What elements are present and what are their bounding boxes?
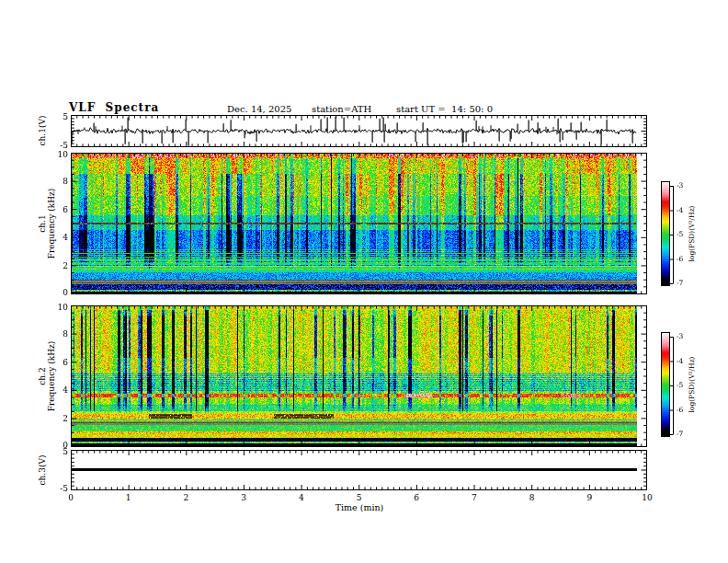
x-tick-label: 9 [575, 493, 603, 502]
colorbar-tick-label: -3 [677, 333, 683, 340]
y-tick-label-spec1: 0 [40, 288, 68, 297]
y-tick-label-wave3: 5 [40, 447, 68, 456]
colorbar-tick-label: -7 [677, 280, 683, 287]
figure-title: VLF Spectra [69, 101, 159, 114]
start-ut-label: start UT = 14: 50: 0 [396, 104, 493, 114]
colorbar-label-2: log(PSD)(V²/Hz) [688, 356, 697, 412]
colorbar-tick-label: -7 [677, 431, 683, 438]
y-tick-label-spec1: 2 [40, 261, 68, 270]
x-tick-label: 2 [172, 493, 199, 502]
y-tick-label-spec2: 8 [40, 329, 68, 339]
y-tick-label-spec1: 10 [40, 150, 68, 159]
y-tick-label-wave1: -5 [40, 141, 68, 150]
colorbar-tick-label: -5 [677, 382, 683, 389]
y-tick-label-spec2: 4 [40, 385, 68, 395]
x-tick-label: 1 [115, 493, 142, 502]
y-tick-label-spec2: 6 [40, 358, 68, 367]
x-axis-title: Time (min) [313, 502, 406, 512]
vlf-spectra-figure: VLF Spectra Dec. 14, 2025 station=ATH st… [0, 0, 728, 563]
colorbar-tick-label: -4 [677, 207, 683, 214]
colorbar-label-1: log(PSD)(V²/Hz) [688, 205, 697, 261]
colorbar-tick-label: -6 [677, 407, 683, 414]
x-tick-label: 3 [230, 493, 257, 502]
y-axis-label-ch2-line1: ch.2 [38, 341, 47, 412]
y-axis-label-ch1-frequency: ch.1 Frequency (kHz) [38, 189, 56, 259]
y-tick-label-spec1: 4 [40, 233, 68, 242]
y-tick-label-wave3: -5 [40, 484, 68, 493]
y-axis-label-ch3-volts: ch.3(V) [38, 455, 47, 486]
y-axis-label-ch2-line2: Frequency (kHz) [47, 341, 56, 412]
ch1-spectrogram-panel [71, 153, 647, 294]
date-label: Dec. 14, 2025 [227, 104, 291, 114]
x-tick-label: 10 [633, 493, 661, 502]
colorbar-tick-label: -3 [677, 182, 683, 190]
y-axis-label-ch1-line1: ch.1 [38, 189, 47, 259]
y-tick-label-spec1: 8 [40, 177, 68, 186]
y-axis-label-ch2-frequency: ch.2 Frequency (kHz) [38, 341, 56, 412]
colorbar-tick-label: -6 [677, 256, 683, 263]
x-tick-label: 5 [346, 493, 373, 502]
y-tick-label-spec1: 6 [40, 205, 68, 214]
y-tick-label-spec2: 10 [40, 303, 68, 312]
ch1-waveform-panel [71, 115, 647, 147]
x-tick-label: 6 [403, 493, 430, 502]
y-tick-label-spec2: 2 [40, 414, 68, 423]
x-tick-label: 8 [518, 493, 546, 502]
x-tick-label: 4 [288, 493, 315, 502]
colorbar-tick-label: -5 [677, 231, 683, 238]
ch3-waveform-panel [71, 450, 647, 490]
y-axis-label-ch1-line2: Frequency (kHz) [47, 189, 56, 259]
x-tick-label: 7 [461, 493, 488, 502]
y-tick-label-wave1: 5 [40, 112, 68, 121]
x-tick-label: 0 [57, 493, 85, 502]
colorbar-tick-label: -4 [677, 358, 683, 365]
station-label: station=ATH [312, 104, 371, 114]
ch2-spectrogram-panel [71, 305, 647, 447]
